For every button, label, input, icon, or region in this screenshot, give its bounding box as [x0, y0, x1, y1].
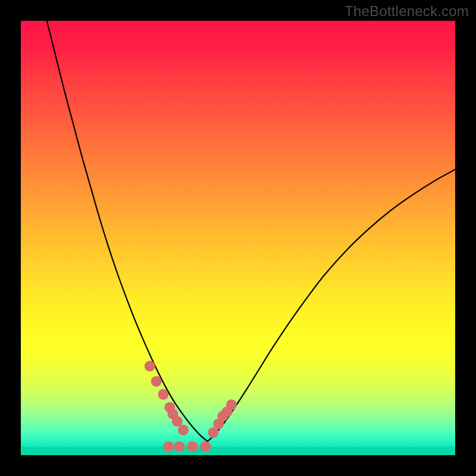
marker-dot — [178, 425, 189, 436]
chart-frame: TheBottleneck.com — [0, 0, 476, 476]
curves-svg — [21, 21, 455, 455]
right-curve — [208, 170, 455, 441]
watermark-text: TheBottleneck.com — [345, 3, 469, 20]
marker-dot — [172, 416, 183, 427]
plot-area — [21, 21, 455, 455]
marker-dot — [174, 441, 184, 452]
marker-dot — [158, 389, 168, 400]
marker-dot — [187, 441, 198, 452]
markers-group — [145, 361, 237, 452]
marker-dot — [200, 441, 211, 452]
marker-dot — [151, 376, 162, 387]
left-curve — [47, 21, 208, 441]
marker-dot — [163, 441, 174, 452]
marker-dot — [145, 361, 155, 371]
marker-dot — [226, 399, 237, 410]
